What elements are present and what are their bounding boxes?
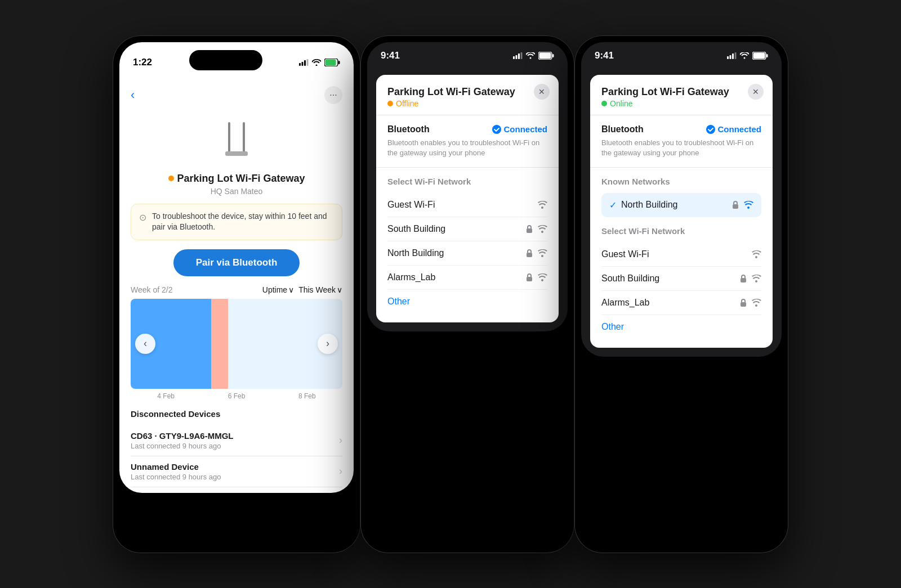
chart-area: ‹ ›	[131, 299, 342, 389]
period-control[interactable]: This Week ∨	[298, 285, 342, 294]
other-link-3[interactable]: Other	[601, 315, 761, 339]
signal-icon	[299, 59, 309, 66]
modal-header-2: Parking Lot Wi-Fi Gateway Offline ✕	[376, 75, 559, 115]
lock-icon-2-1	[526, 225, 533, 234]
device-image-area	[119, 111, 354, 173]
device-row-2-name: Unnamed Device	[131, 462, 221, 472]
lock-icon-3-1	[740, 274, 747, 283]
chevron-right-icon-2: ›	[339, 465, 342, 477]
device-row-1-name: CD63 · GTY9-L9A6-MMGL	[131, 431, 234, 441]
gateway-device-svg	[217, 116, 256, 167]
network-name-3-1: South Building	[601, 273, 659, 284]
wifi-icon-2-3	[537, 273, 547, 281]
wifi-icon-3-1	[751, 275, 761, 282]
network-row-2-1[interactable]: South Building	[387, 217, 547, 241]
network-name-2-1: South Building	[387, 224, 445, 234]
chart-week-label: Week of 2/2	[131, 285, 172, 294]
bluetooth-row-3: Bluetooth Connected	[601, 124, 761, 134]
network-section-title-2: Select Wi-Fi Network	[387, 177, 547, 186]
checkmark-icon-2	[492, 125, 501, 134]
chart-bar-pink	[211, 299, 228, 389]
device-location: HQ San Mateo	[119, 187, 354, 196]
svg-rect-20	[527, 277, 532, 281]
svg-rect-10	[513, 56, 515, 59]
dynamic-island	[189, 50, 262, 70]
known-network-row[interactable]: ✓ North Building	[601, 193, 761, 217]
network-name-3-0: Guest Wi-Fi	[601, 249, 649, 259]
device-row-1-info: CD63 · GTY9-L9A6-MMGL Last connected 9 h…	[131, 431, 234, 450]
phone1-top-bar: ‹ ···	[119, 79, 354, 111]
network-icons-2-1	[526, 225, 547, 234]
svg-rect-6	[338, 61, 340, 64]
close-button-3[interactable]: ✕	[748, 84, 764, 100]
network-row-3-0[interactable]: Guest Wi-Fi	[601, 243, 761, 267]
modal-sheet-2: Parking Lot Wi-Fi Gateway Offline ✕ Blue…	[376, 75, 559, 322]
svg-rect-8	[243, 122, 245, 153]
device-name: Parking Lot Wi-Fi Gateway	[119, 173, 354, 185]
modal-header-3: Parking Lot Wi-Fi Gateway Online ✕	[590, 75, 773, 115]
wifi-icon-3-2	[751, 299, 761, 307]
status-bar-1: 1:22	[119, 42, 354, 79]
known-network-name: North Building	[621, 200, 678, 210]
wifi-icon-2	[526, 52, 535, 59]
wifi-icon-3	[740, 52, 749, 59]
modal-status-3: Online	[601, 99, 761, 108]
svg-rect-1	[302, 62, 304, 66]
network-row-2-0[interactable]: Guest Wi-Fi	[387, 193, 547, 217]
svg-rect-11	[516, 55, 518, 59]
network-name-3-2: Alarms_Lab	[601, 298, 649, 308]
pair-bluetooth-button[interactable]: Pair via Bluetooth	[173, 249, 300, 276]
modal-title-2: Parking Lot Wi-Fi Gateway	[387, 86, 547, 98]
gateway-icon	[214, 116, 259, 167]
chevron-right-icon-1: ›	[339, 434, 342, 446]
uptime-control[interactable]: Uptime ∨	[262, 285, 294, 294]
chart-date-1: 4 Feb	[157, 392, 175, 400]
wifi-icon-2-1	[537, 225, 547, 233]
status-dot-offline	[168, 176, 174, 181]
network-row-3-2[interactable]: Alarms_Lab	[601, 291, 761, 315]
more-button[interactable]: ···	[324, 86, 342, 104]
battery-icon	[324, 59, 340, 66]
device-row-1-sub: Last connected 9 hours ago	[131, 442, 234, 450]
network-row-3-1[interactable]: South Building	[601, 267, 761, 291]
bluetooth-desc-3: Bluetooth enables you to troubleshoot Wi…	[601, 138, 761, 158]
svg-rect-24	[735, 52, 737, 59]
svg-rect-31	[741, 302, 746, 307]
network-icons-3-2	[740, 298, 761, 307]
status-icons-3	[727, 52, 768, 60]
svg-rect-30	[741, 278, 746, 282]
chart-date-3: 8 Feb	[298, 392, 316, 400]
status-dot-3	[601, 101, 607, 106]
checkmark-icon-3	[706, 125, 715, 134]
bluetooth-desc-2: Bluetooth enables you to troubleshoot Wi…	[387, 138, 547, 158]
close-button-2[interactable]: ✕	[534, 84, 550, 100]
device-row-2[interactable]: Unnamed Device Last connected 9 hours ag…	[131, 456, 342, 487]
other-link-2[interactable]: Other	[387, 290, 547, 313]
svg-rect-16	[552, 54, 554, 57]
network-row-2-2[interactable]: North Building	[387, 241, 547, 266]
chart-dates: 4 Feb 6 Feb 8 Feb	[131, 389, 342, 403]
svg-rect-12	[518, 53, 520, 59]
device-row-1[interactable]: CD63 · GTY9-L9A6-MMGL Last connected 9 h…	[131, 425, 342, 456]
phone-2-screen: 9:41 Parking Lot Wi-Fi Gateway Offline ✕	[367, 42, 568, 331]
svg-rect-22	[730, 55, 731, 59]
network-row-2-3[interactable]: Alarms_Lab	[387, 266, 547, 290]
wifi-icon-3-0	[751, 250, 761, 258]
svg-rect-27	[766, 54, 768, 57]
svg-rect-0	[299, 63, 301, 66]
chart-nav-left[interactable]: ‹	[135, 334, 155, 354]
svg-rect-7	[228, 122, 230, 153]
chart-nav-right[interactable]: ›	[318, 334, 338, 354]
back-button[interactable]: ‹	[131, 88, 135, 102]
phone-1: 1:22 ‹ ···	[113, 35, 360, 553]
lock-icon-3-2	[740, 298, 747, 307]
network-icons-2-2	[526, 249, 547, 258]
svg-rect-2	[304, 60, 306, 66]
chart-controls: Uptime ∨ This Week ∨	[262, 285, 342, 294]
lock-icon-2-3	[526, 273, 533, 282]
battery-icon-2	[538, 52, 554, 60]
svg-rect-19	[527, 253, 532, 257]
lock-icon-2-2	[526, 249, 533, 258]
phone-2: 9:41 Parking Lot Wi-Fi Gateway Offline ✕	[360, 35, 574, 553]
known-networks-title: Known Networks	[601, 177, 761, 186]
